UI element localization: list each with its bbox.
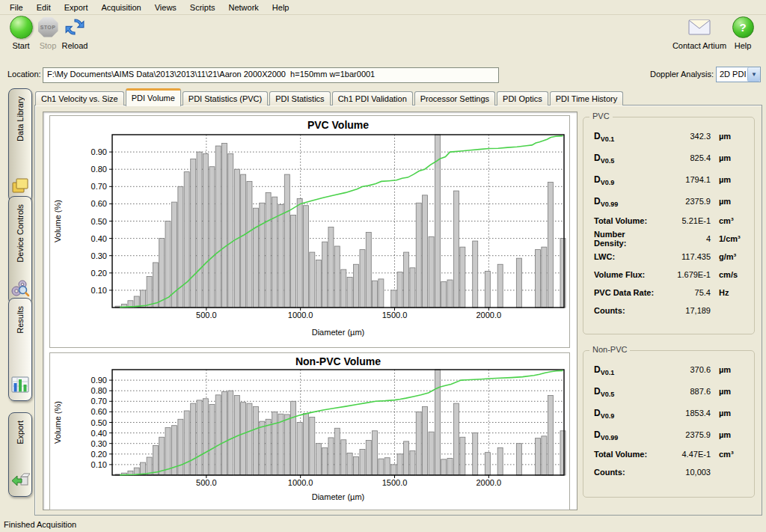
stat-unit: 1/cm³ <box>711 234 750 243</box>
stat-value: 4.47E-1 <box>657 450 711 459</box>
stat-value: 1853.4 <box>657 409 711 418</box>
stat-row: DV0.5887.6µm <box>583 380 754 402</box>
stat-value: 1.679E-1 <box>657 270 711 279</box>
tab-pdi-statistics[interactable]: PDI Statistics <box>269 91 330 106</box>
location-label: Location: <box>7 70 41 79</box>
menu-acquisition[interactable]: Acquisition <box>95 1 148 13</box>
stat-label: DV0.9 <box>594 174 657 185</box>
stat-value: 5.21E-1 <box>657 216 711 225</box>
start-button-label: Start <box>12 41 29 50</box>
stat-value: 342.3 <box>657 132 711 141</box>
doppler-analysis-value: 2D PDI <box>717 67 747 82</box>
reload-icon <box>64 16 86 38</box>
stat-value: 117.435 <box>657 252 711 261</box>
svg-text:Volume (%): Volume (%) <box>53 200 62 242</box>
sidebar-item-device-controls[interactable]: Device Controls <box>8 196 32 305</box>
stat-value: 370.6 <box>657 365 711 374</box>
reload-button[interactable]: Reload <box>57 15 93 50</box>
menu-scripts[interactable]: Scripts <box>183 1 222 13</box>
sidebar-item-results[interactable]: Results <box>8 298 32 401</box>
stat-row: DV0.1370.6µm <box>583 358 754 380</box>
svg-text:0.80: 0.80 <box>91 165 107 174</box>
tab-pdi-volume[interactable]: PDI Volume <box>126 88 181 106</box>
stat-value: 10,003 <box>657 468 711 477</box>
svg-text:2000.0: 2000.0 <box>477 311 502 319</box>
svg-text:0.40: 0.40 <box>91 429 107 438</box>
stat-unit: µm <box>711 387 750 396</box>
pdi-volume-tab-panel: 0.100.200.300.400.500.600.700.800.90500.… <box>34 105 762 516</box>
stat-unit: µm <box>711 409 750 418</box>
tab-pdi-statistics-pvc-[interactable]: PDI Statistics (PVC) <box>183 91 268 106</box>
svg-text:0.90: 0.90 <box>91 147 107 156</box>
stat-row: Volume Flux:1.679E-1cm/s <box>583 266 754 284</box>
stat-unit: µm <box>711 175 750 184</box>
tab-pdi-optics[interactable]: PDI Optics <box>497 91 548 106</box>
stat-unit: µm <box>711 197 750 206</box>
status-bar: Finished Acquisition <box>0 517 766 532</box>
svg-text:0.30: 0.30 <box>91 439 107 448</box>
location-field[interactable]: F:\My Documents\AIMS Data\2013\2013\11\2… <box>43 67 499 83</box>
svg-text:0.40: 0.40 <box>91 234 107 243</box>
menu-help[interactable]: Help <box>266 1 296 13</box>
menu-bar: FileEditExportAcquisitionViewsScriptsNet… <box>0 0 766 15</box>
stat-unit: g/m³ <box>711 252 750 261</box>
tab-processor-settings[interactable]: Processor Settings <box>414 91 495 106</box>
app-window: FileEditExportAcquisitionViewsScriptsNet… <box>0 0 766 532</box>
stat-label: DV0.99 <box>594 429 657 440</box>
svg-text:0.80: 0.80 <box>91 386 107 395</box>
non-pvc-group-title: Non-PVC <box>589 345 630 354</box>
menu-network[interactable]: Network <box>221 1 265 13</box>
sidebar-item-label: Device Controls <box>16 204 25 263</box>
pvc-stats-group: PVC DV0.1342.3µmDV0.5825.4µmDV0.91794.1µ… <box>583 117 755 334</box>
pvc-volume-chart-box: 0.100.200.300.400.500.600.700.800.90500.… <box>49 115 570 348</box>
non-pvc-volume-chart: 0.100.200.300.400.500.600.700.800.90500.… <box>50 353 569 510</box>
stat-row: Total Volume:5.21E-1cm³ <box>583 212 754 230</box>
menu-file[interactable]: File <box>3 1 30 13</box>
tab-ch1-velocity-vs-size[interactable]: Ch1 Velocity vs. Size <box>35 91 124 106</box>
help-button[interactable]: ? Help <box>724 15 762 50</box>
stat-label: Total Volume: <box>594 450 657 459</box>
svg-text:0.30: 0.30 <box>91 251 107 260</box>
svg-text:0.60: 0.60 <box>91 199 107 208</box>
stat-label: Counts: <box>594 468 657 477</box>
svg-text:0.70: 0.70 <box>91 182 107 191</box>
svg-text:0.50: 0.50 <box>91 418 107 427</box>
chevron-down-icon[interactable]: ▼ <box>747 67 760 82</box>
sidebar-item-data-library[interactable]: Data Library <box>8 88 32 202</box>
stat-row: DV0.91853.4µm <box>583 402 754 424</box>
export-icon <box>10 471 30 492</box>
svg-text:0.20: 0.20 <box>91 450 107 459</box>
tab-pdi-time-history[interactable]: PDI Time History <box>550 91 624 106</box>
pvc-group-title: PVC <box>589 111 613 120</box>
tab-ch1-pdi-validation[interactable]: Ch1 PDI Validation <box>332 91 413 106</box>
svg-text:1000.0: 1000.0 <box>288 311 313 319</box>
menu-export[interactable]: Export <box>58 1 95 13</box>
chart-icon <box>10 375 30 396</box>
stat-label: DV0.9 <box>594 408 657 418</box>
non-pvc-stats-group: Non-PVC DV0.1370.6µmDV0.5887.6µmDV0.9185… <box>583 350 755 498</box>
doppler-analysis-select[interactable]: 2D PDI ▼ <box>716 67 761 82</box>
stat-label: DV0.1 <box>594 364 657 375</box>
gears-icon <box>10 278 30 299</box>
contact-artium-button[interactable]: Contact Artium <box>669 15 730 50</box>
sidebar-item-label: Data Library <box>16 97 25 141</box>
stat-value: 17,189 <box>657 306 711 315</box>
stat-label: Number Density: <box>594 230 657 248</box>
reload-button-label: Reload <box>62 41 88 50</box>
doppler-analysis-label: Doppler Analysis: <box>650 70 714 79</box>
stop-button-label: Stop <box>40 41 57 50</box>
stat-row: DV0.992375.9µm <box>583 190 754 212</box>
menu-views[interactable]: Views <box>148 1 183 13</box>
stat-row: Counts:10,003 <box>583 463 754 481</box>
menu-edit[interactable]: Edit <box>30 1 58 13</box>
stat-row: DV0.992375.9µm <box>583 424 754 445</box>
stat-label: LWC: <box>594 252 657 261</box>
sidebar-item-export[interactable]: Export <box>8 412 32 497</box>
svg-text:0.50: 0.50 <box>91 217 107 226</box>
stat-label: DV0.1 <box>594 131 657 141</box>
stat-row: PVC Data Rate:75.4Hz <box>583 284 754 302</box>
stat-value: 2375.9 <box>657 197 711 206</box>
stop-icon: STOP <box>38 17 58 37</box>
stat-row: Counts:17,189 <box>583 302 754 319</box>
svg-text:0.70: 0.70 <box>91 397 107 406</box>
